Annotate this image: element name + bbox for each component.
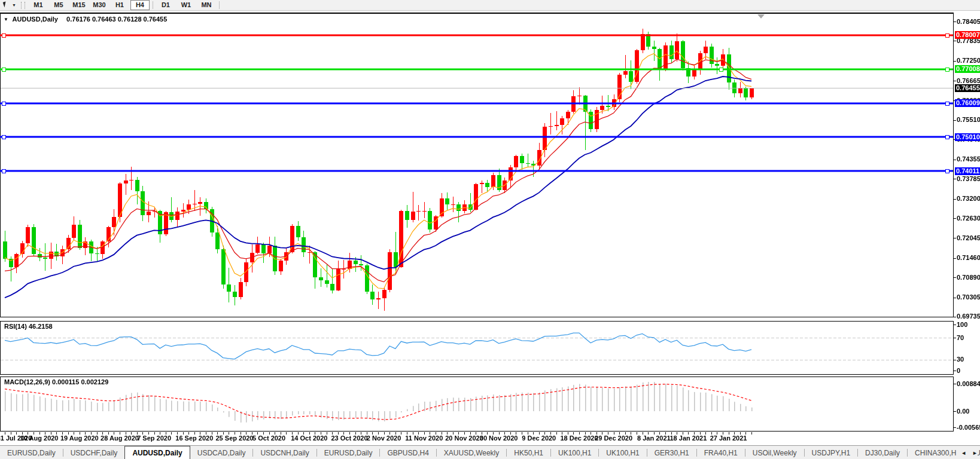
- date-tick-label: 25 Sep 2020: [216, 434, 254, 442]
- timeframe-button-d1[interactable]: D1: [156, 0, 175, 10]
- toolbar-grip[interactable]: [21, 2, 25, 9]
- date-tick-label: 28 Aug 2020: [101, 434, 139, 442]
- chart-tab-uk100-h1-10[interactable]: UK100,H1: [599, 446, 646, 459]
- date-tick-label: 7 Sep 2020: [137, 434, 171, 442]
- date-tick-label: 30 Nov 2020: [480, 434, 518, 442]
- rsi-indicator-label: RSI(14) 46.2158: [4, 323, 53, 330]
- chart-tab-eurusd-daily-5[interactable]: EURUSD,Daily: [317, 446, 380, 459]
- date-tick-label: 20 Nov 2020: [445, 434, 483, 442]
- price-tick-label: 0.70890: [957, 274, 980, 281]
- price-tick-label: 0.78405: [957, 19, 980, 25]
- hline-price-badge: 0.78007: [955, 31, 980, 39]
- price-tick-label: 0.72630: [957, 215, 980, 222]
- price-tick-label: 0.77250: [957, 57, 980, 64]
- tab-scroll-arrows: ◄ ►: [956, 446, 978, 459]
- rsi-tick-label: 100: [957, 322, 967, 328]
- date-tick-label: 11 Nov 2020: [405, 434, 443, 442]
- chart-tab-hk50-h1-8[interactable]: HK50,H1: [507, 446, 550, 459]
- chart-tab-eurusd-daily-0[interactable]: EURUSD,Daily: [0, 446, 63, 459]
- date-tick-label: 19 Aug 2020: [60, 434, 99, 442]
- rsi-tick-label: 30: [957, 356, 964, 363]
- macd-indicator-label: MACD(12,26,9) 0.000115 0.002129: [4, 378, 108, 385]
- date-tick-label: 29 Dec 2020: [595, 434, 632, 442]
- price-tick-label: 0.75510: [957, 117, 980, 123]
- date-tick-label: 10 Aug 2020: [20, 434, 59, 442]
- hline-price-badge: 0.75010: [955, 133, 980, 141]
- date-tick-label: 9 Dec 2020: [522, 434, 556, 442]
- macd-tick-label: 0.00: [957, 408, 969, 415]
- chart-tab-usdjpy-h1-14[interactable]: USDJPY,H1: [805, 446, 857, 459]
- date-tick-label: 2 Nov 2020: [367, 434, 401, 442]
- chevron-down-icon[interactable]: ▼: [12, 3, 16, 7]
- timeframe-button-w1[interactable]: W1: [176, 0, 196, 10]
- chart-tab-dj30-daily-15[interactable]: DJ30,Daily: [858, 446, 907, 459]
- timeframe-toolbar: ▼ M1M5M15M30H1H4D1W1MN: [0, 0, 980, 11]
- date-tick-label: 23 Oct 2020: [331, 434, 367, 442]
- chart-tab-usdcad-daily-3[interactable]: USDCAD,Daily: [190, 446, 253, 459]
- tab-scroll-left-icon[interactable]: ◄: [961, 450, 966, 456]
- rsi-tick-label: 70: [957, 335, 964, 341]
- price-tick-label: 0.70305: [957, 294, 980, 301]
- symbol-period-label: AUDUSD,Daily: [13, 16, 58, 23]
- current-price-badge: 0.76455: [955, 84, 980, 92]
- hline-price-badge: 0.77008: [955, 65, 980, 73]
- chart-tab-fra40-h1-12[interactable]: FRA40,H1: [697, 446, 745, 459]
- date-tick-label: 27 Jan 2021: [710, 434, 747, 442]
- mt4-window: { "toolbar": { "cursor_tool": "cursor-po…: [0, 0, 980, 459]
- chart-tab-usoil-weekly-13[interactable]: USOil,Weekly: [745, 446, 804, 459]
- price-tick-label: 0.71460: [957, 255, 980, 261]
- price-tick-label: 0.69735: [957, 313, 980, 320]
- date-tick-label: 8 Jan 2021: [637, 434, 671, 442]
- ohlc-values: 0.76176 0.76463 0.76128 0.76455: [66, 16, 167, 23]
- timeframe-button-m30[interactable]: M30: [90, 0, 109, 10]
- date-tick-label: 5 Oct 2020: [252, 434, 285, 442]
- timeframe-button-h4[interactable]: H4: [130, 0, 150, 10]
- date-tick-label: 18 Jan 2021: [670, 434, 707, 442]
- symbol-dropdown-icon[interactable]: ▼: [4, 17, 8, 22]
- timeframe-button-h1[interactable]: H1: [110, 0, 129, 10]
- chart-tab-bar: EURUSD,DailyUSDCHF,DailyAUDUSD,DailyUSDC…: [0, 445, 980, 459]
- price-tick-label: 0.76665: [957, 78, 980, 84]
- price-tick-label: 0.73200: [957, 195, 980, 202]
- timeframe-button-m1[interactable]: M1: [29, 0, 48, 10]
- price-tick-label: 0.74355: [957, 156, 980, 163]
- timeframe-button-m5[interactable]: M5: [49, 0, 68, 10]
- price-tick-label: 0.72045: [957, 235, 980, 241]
- chart-tab-ger30-h1-11[interactable]: GER30,H1: [647, 446, 696, 459]
- chart-shift-marker-icon[interactable]: [757, 14, 765, 19]
- rsi-tick-label: 0: [957, 368, 960, 374]
- chart-tab-uk100-h1-9[interactable]: UK100,H1: [551, 446, 598, 459]
- cursor-tool-icon[interactable]: [1, 1, 12, 10]
- hline-price-badge: 0.74011: [955, 167, 980, 175]
- chart-tab-audusd-daily-2[interactable]: AUDUSD,Daily: [124, 446, 190, 459]
- chart-tab-usdchf-daily-1[interactable]: USDCHF,Daily: [63, 446, 125, 459]
- macd-tick-label: 0.00884: [957, 381, 980, 387]
- macd-tick-label: -0.005651: [957, 424, 980, 431]
- chart-title: ▼ AUDUSD,Daily 0.76176 0.76463 0.76128 0…: [4, 16, 167, 23]
- timeframe-button-mn[interactable]: MN: [197, 0, 216, 10]
- chart-tab-xauusd-weekly-7[interactable]: XAUUSD,Weekly: [437, 446, 506, 459]
- date-tick-label: 16 Sep 2020: [175, 434, 213, 442]
- hline-price-badge: 0.76009: [955, 99, 980, 107]
- price-chart-canvas[interactable]: [0, 0, 980, 459]
- chart-tab-gbpusd-h4-6[interactable]: GBPUSD,H4: [380, 446, 436, 459]
- timeframe-button-m15[interactable]: M15: [69, 0, 89, 10]
- date-tick-label: 14 Oct 2020: [291, 434, 327, 442]
- tab-scroll-right-icon[interactable]: ►: [972, 450, 978, 456]
- toolbar-separator: [153, 1, 153, 9]
- toolbar-separator: [219, 1, 220, 9]
- chart-tab-usdcnh-daily-4[interactable]: USDCNH,Daily: [253, 446, 316, 459]
- price-tick-label: 0.73785: [957, 176, 980, 182]
- date-tick-label: 18 Dec 2020: [561, 434, 598, 442]
